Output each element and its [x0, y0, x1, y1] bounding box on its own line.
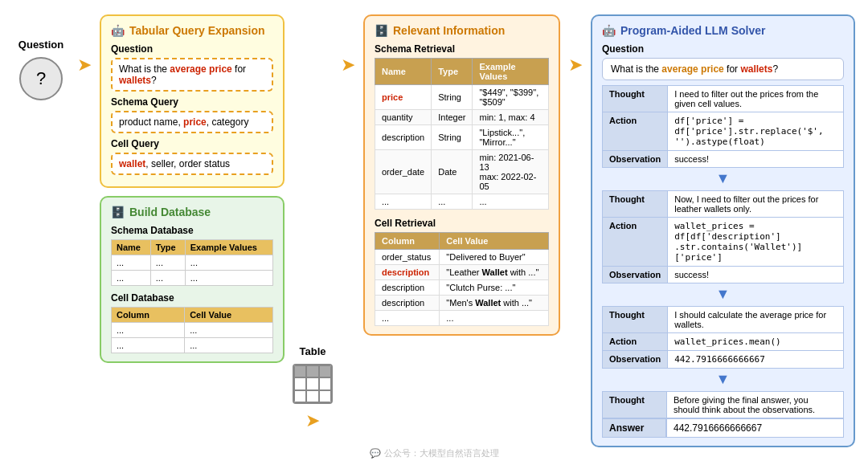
action-label-3: Action: [603, 333, 668, 351]
cr-col-value: Cell Value: [440, 233, 549, 250]
robot-icon-tqe: 🤖: [111, 24, 125, 37]
table-row: Observation 442.7916666666667: [603, 351, 844, 369]
db-icon: 🗄️: [111, 206, 125, 218]
sr-col-name: Name: [375, 59, 432, 85]
table-label: Table: [300, 345, 326, 357]
sr-col-type: Type: [432, 59, 473, 85]
table-row: Observation success!: [603, 151, 844, 168]
build-db-panel: 🗄️ Build Database Schema Database Name T…: [100, 196, 285, 363]
table-row: ... ... ...: [375, 194, 549, 210]
tqe-schema-query-box: product name, price, category: [111, 111, 273, 133]
cell-db-table: Column Cell Value ...... ......: [111, 307, 273, 353]
tqe-question-label: Question: [111, 43, 273, 55]
table-input-section: Table ➤: [293, 345, 333, 447]
question-label: Question: [18, 39, 63, 51]
tqe-title: 🤖 Tabular Query Expansion: [111, 24, 273, 37]
cell-retrieval-table: Column Cell Value order_status "Delivere…: [375, 232, 549, 326]
thought-label-1: Thought: [603, 86, 668, 112]
action-value-2: wallet_prices = df[df['description'].str…: [668, 218, 844, 267]
cell-db-col-value: Cell Value: [185, 308, 273, 323]
arrow-middle-to-right: ➤: [568, 55, 583, 75]
table-row: .........: [112, 271, 273, 286]
schema-retrieval-table: Name Type Example Values price String "$…: [375, 58, 549, 210]
thought-value-1: I need to filter out the prices from the…: [668, 86, 844, 112]
left-column: 🤖 Tabular Query Expansion Question What …: [100, 14, 285, 363]
question-bubble: ?: [19, 57, 63, 100]
build-db-title: 🗄️ Build Database: [111, 206, 273, 218]
arrow-step-1-2: ▼: [602, 170, 844, 187]
observation-label-1: Observation: [603, 151, 668, 168]
table-row: Action wallet_prices.mean(): [603, 333, 844, 351]
tqe-question-box: What is the average price for wallets?: [111, 58, 273, 92]
thought-value-4: Before giving the final answer, you shou…: [667, 392, 844, 418]
observation-label-3: Observation: [603, 351, 668, 369]
table-icon: [293, 364, 333, 404]
solver-step-1: Thought I need to filter out the prices …: [602, 85, 844, 168]
observation-label-2: Observation: [603, 267, 668, 283]
table-row: quantity Integer min: 1, max: 4: [375, 110, 549, 125]
schema-db-table: Name Type Example Values ......... .....…: [111, 239, 273, 286]
observation-value-1: success!: [668, 151, 844, 168]
table-row: ......: [112, 323, 273, 338]
observation-value-2: success!: [668, 267, 844, 283]
thought-value-2: Now, I need to filter out the prices for…: [668, 191, 844, 218]
solver-question-label: Question: [602, 43, 844, 55]
table-row: description "Leather Wallet with ...": [375, 265, 549, 280]
action-value-3: wallet_prices.mean(): [668, 333, 844, 351]
action-label-1: Action: [603, 112, 668, 151]
table-row: Action df['price'] =df['price'].str.repl…: [603, 112, 844, 151]
cr-col-column: Column: [375, 233, 440, 250]
question-input-section: Question ?: [13, 39, 69, 100]
arrow-q-to-tqe: ➤: [77, 55, 92, 75]
table-row: description "Clutch Purse: ...": [375, 280, 549, 296]
watermark: 💬 公众号：大模型自然语言处理: [370, 447, 499, 459]
table-row: description "Men's Wallet with ...": [375, 296, 549, 311]
table-row: price String "$449", "$399", "$509": [375, 85, 549, 110]
answer-label: Answer: [602, 418, 666, 438]
table-row: Action wallet_prices = df[df['descriptio…: [603, 218, 844, 267]
schema-retrieval-label: Schema Retrieval: [375, 43, 549, 55]
robot-icon-solver: 🤖: [602, 24, 616, 37]
tqe-cell-query-label: Cell Query: [111, 138, 273, 149]
relevant-info-panel: 🗄️ Relevant Information Schema Retrieval…: [363, 14, 560, 336]
arrow-table-to-db: ➤: [305, 410, 320, 431]
cell-retrieval-label: Cell Retrieval: [375, 218, 549, 229]
action-label-2: Action: [603, 218, 668, 267]
action-value-1: df['price'] =df['price'].str.replace('$'…: [668, 112, 844, 151]
tqe-panel: 🤖 Tabular Query Expansion Question What …: [100, 14, 285, 188]
table-row: Thought I need to filter out the prices …: [603, 86, 844, 112]
table-row: order_status "Delivered to Buyer": [375, 250, 549, 265]
db-icon-relevant: 🗄️: [375, 24, 388, 37]
table-row: .........: [112, 255, 273, 271]
table-row: ......: [112, 338, 273, 353]
table-row: ... ...: [375, 311, 549, 326]
solver-step-2: Thought Now, I need to filter out the pr…: [602, 190, 844, 283]
solver-title: 🤖 Program-Aided LLM Solver: [602, 24, 844, 37]
thought-label-4: Thought: [603, 392, 667, 418]
answer-value: 442.7916666666667: [666, 418, 844, 438]
table-row: Thought Now, I need to filter out the pr…: [603, 191, 844, 218]
schema-db-col-name: Name: [112, 240, 151, 255]
arrow-step-3-4: ▼: [602, 371, 844, 388]
solver-panel: 🤖 Program-Aided LLM Solver Question What…: [591, 14, 855, 447]
cell-db-col-column: Column: [112, 308, 185, 323]
thought-value-3: I should calculate the average price for…: [668, 307, 844, 333]
table-row: Thought I should calculate the average p…: [603, 307, 844, 333]
tqe-schema-query-label: Schema Query: [111, 96, 273, 108]
table-row: order_date Date min: 2021-06-13max: 2022…: [375, 150, 549, 194]
table-row: Observation success!: [603, 267, 844, 283]
sr-col-examples: Example Values: [473, 59, 549, 85]
answer-row: Answer 442.7916666666667: [602, 418, 844, 438]
schema-db-label: Schema Database: [111, 225, 273, 236]
wechat-icon: 💬: [370, 448, 381, 459]
table-row: description String "Lipstick...", "Mirro…: [375, 125, 549, 150]
schema-db-col-examples: Example Values: [185, 240, 272, 255]
relevant-info-title: 🗄️ Relevant Information: [375, 24, 549, 37]
schema-db-col-type: Type: [150, 240, 185, 255]
solver-step-4: Thought Before giving the final answer, …: [602, 391, 844, 418]
thought-label-3: Thought: [603, 307, 668, 333]
arrow-left-to-middle: ➤: [341, 55, 355, 75]
observation-value-3: 442.7916666666667: [668, 351, 844, 369]
cell-db-label: Cell Database: [111, 292, 273, 304]
arrow-step-2-3: ▼: [602, 286, 844, 303]
